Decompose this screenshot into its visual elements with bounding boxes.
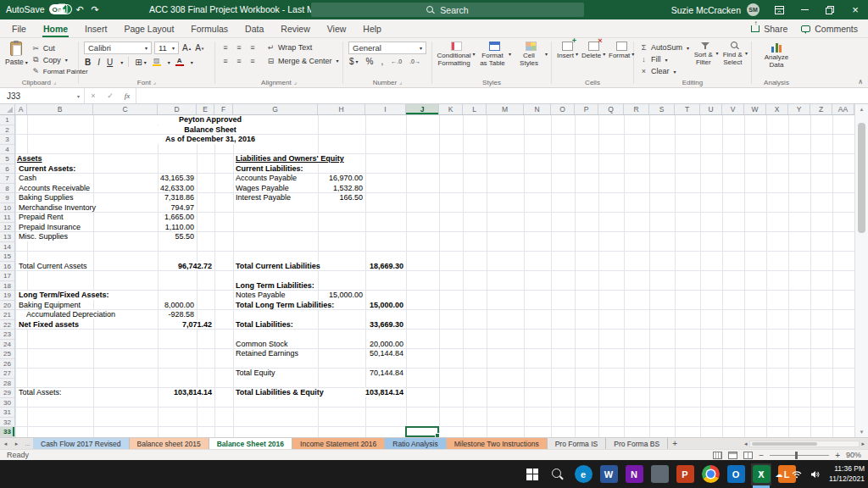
cell-B12[interactable]: Prepaid Insurance [18,223,81,232]
column-header-k[interactable]: K [439,104,463,114]
redo-icon[interactable]: ↷ [88,3,102,16]
cell-A5[interactable]: Assets [16,154,43,164]
format-as-table-button[interactable]: Format as Table▾ [478,42,511,76]
row-header-15[interactable]: 15 [0,252,14,262]
align-left-icon[interactable]: ≡ [220,57,231,65]
row-header-17[interactable]: 17 [0,271,14,281]
scroll-down-icon[interactable]: ▾ [855,427,868,437]
column-header-t[interactable]: T [675,104,700,114]
wrap-text-button[interactable]: ↵Wrap Text [266,42,312,53]
cell-G29[interactable]: Total Liabilities & Equity [235,388,325,397]
taskbar-app-powerpoint[interactable]: P [675,463,695,485]
vertical-scroll-thumb[interactable] [858,123,865,233]
font-name-select[interactable]: Calibri▾ [84,42,152,54]
cell-C21[interactable]: -928.58 [167,310,195,319]
menu-tab-file[interactable]: File [3,19,35,37]
save-icon[interactable] [56,3,70,16]
column-header-z[interactable]: Z [810,104,832,114]
sheet-tab-balance-sheet-2016[interactable]: Balance Sheet 2016 [209,438,292,449]
number-dialog-launcher[interactable]: ⌟ [399,79,402,86]
column-header-m[interactable]: M [487,104,524,114]
autosum-button[interactable]: ΣAutoSum▾ [639,42,689,53]
zoom-level[interactable]: 90% [846,451,861,459]
cell-B11[interactable]: Prepaid Rent [18,213,64,222]
cell-G18[interactable]: Long Term Liabilities: [235,281,315,291]
clipboard-dialog-launcher[interactable]: ⌟ [53,79,56,86]
cell-B21[interactable]: Accumulated Depreciation [25,310,116,319]
column-header-c[interactable]: C [93,104,158,114]
column-header-y[interactable]: Y [788,104,810,114]
menu-tab-data[interactable]: Data [236,19,272,37]
enter-icon[interactable]: ✓ [102,92,119,100]
row-header-27[interactable]: 27 [0,369,14,379]
row-header-1[interactable]: 1 [0,115,14,125]
sheet-tab-income-statement-2016[interactable]: Income Statement 2016 [292,438,385,449]
decrease-decimal-button[interactable]: .0→ [409,58,421,64]
delete-button[interactable]: Delete▾ [581,42,605,76]
grid-area[interactable]: Peyton ApprovedBalance SheetAs of Decemb… [0,115,854,437]
cell-I20[interactable]: 15,000.00 [369,301,404,310]
formula-input[interactable] [136,88,868,103]
minimize-icon[interactable] [792,0,817,19]
row-header-21[interactable]: 21 [0,310,14,320]
cell-G25[interactable]: Retained Earnings [235,349,299,358]
page-layout-view-icon[interactable] [728,452,737,459]
menu-tab-formulas[interactable]: Formulas [182,19,236,37]
column-header-h[interactable]: H [318,104,365,114]
column-header-g[interactable]: G [233,104,318,114]
tray-expand-icon[interactable]: ^ [755,470,767,479]
number-format-select[interactable]: General▾ [348,42,426,54]
column-header-p[interactable]: P [575,104,598,114]
cell-H19[interactable]: 15,000.00 [328,291,364,300]
next-sheet-icon[interactable]: ▸ [11,438,22,449]
select-all-corner[interactable] [0,104,15,114]
cell-D22[interactable]: 7,071.42 [181,320,213,330]
tab-overflow-icon[interactable]: … [22,438,33,449]
cell-B6[interactable]: Current Assets: [18,164,76,174]
cell-I24[interactable]: 20,000.00 [369,340,404,349]
borders-button[interactable]: ⊞▾ [134,58,147,67]
speaker-icon[interactable] [809,470,821,479]
cell-B19[interactable]: Long Term/Fixed Assets: [18,291,110,300]
cell-H7[interactable]: 16,970.00 [328,174,364,183]
name-box[interactable]: J33 ▾ [0,88,85,103]
avatar[interactable]: SM [747,3,760,16]
vertical-scrollbar[interactable]: ▴ ▾ [854,104,868,437]
row-header-16[interactable]: 16 [0,262,14,272]
underline-button[interactable]: U [106,58,114,67]
onedrive-cloud-icon[interactable]: ☁ [773,470,785,479]
cell-B20[interactable]: Baking Equipment [18,301,81,310]
accounting-format-button[interactable]: $▾ [348,57,359,66]
center-icon[interactable]: ≡ [234,57,244,65]
cell-G8[interactable]: Wages Payable [235,184,290,193]
column-header-v[interactable]: V [722,104,744,114]
decrease-font-size-button[interactable]: A▾ [194,43,204,53]
cell-T3[interactable]: As of December 31, 2016 [125,135,295,144]
cell-B16[interactable]: Total Current Assets [18,262,88,271]
column-header-b[interactable]: B [27,104,93,114]
cell-G6[interactable]: Current Liabilities: [235,164,304,174]
collapse-ribbon-icon[interactable]: ∧ [858,78,863,86]
row-header-32[interactable]: 32 [0,418,14,428]
cell-C7[interactable]: 43,165.39 [159,174,195,183]
cell-D16[interactable]: 96,742.72 [177,262,213,271]
cell-I29[interactable]: 103,814.14 [364,388,404,397]
bold-button[interactable]: B [84,58,92,67]
taskbar-app-outlook[interactable]: O [726,463,746,485]
font-dialog-launcher[interactable]: ⌟ [153,79,156,86]
cancel-icon[interactable]: × [85,92,102,100]
taskbar-search-button[interactable] [548,463,568,485]
undo-icon[interactable]: ↶ [73,3,86,16]
insert-function-icon[interactable]: fx [119,92,136,100]
fill-color-button[interactable]: ▨ [153,58,161,67]
menu-tab-home[interactable]: Home [35,19,76,37]
italic-button[interactable]: I [97,58,101,67]
horizontal-scroll-thumb[interactable] [752,442,817,446]
row-header-31[interactable]: 31 [0,408,14,418]
column-header-n[interactable]: N [524,104,551,114]
restore-icon[interactable] [817,0,843,19]
row-header-12[interactable]: 12 [0,223,14,233]
middle-align-icon[interactable]: ≡ [234,43,244,52]
analyze-data-button[interactable]: Analyze Data [757,42,796,76]
cell-C11[interactable]: 1,665.00 [164,213,195,222]
